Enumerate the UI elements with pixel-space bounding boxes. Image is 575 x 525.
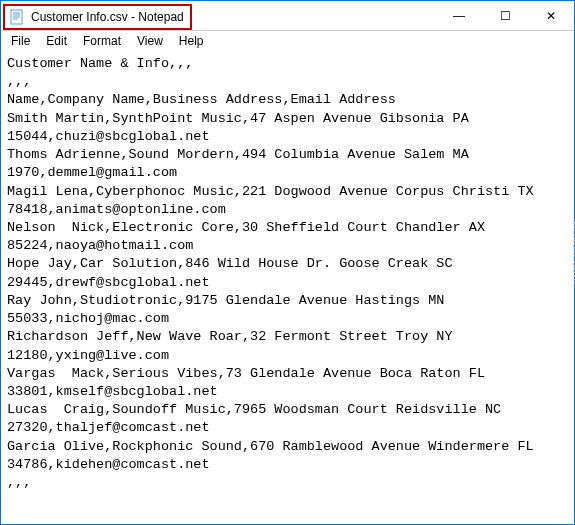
text-line: Nelson Nick,Electronic Core,30 Sheffield… — [7, 219, 568, 255]
text-editor-content[interactable]: Customer Name & Info,,,,,,Name,Company N… — [1, 51, 574, 524]
minimize-button[interactable]: — — [436, 1, 482, 30]
text-line: Richardson Jeff,New Wave Roar,32 Fermont… — [7, 328, 568, 364]
window-title: Customer Info.csv - Notepad — [31, 10, 184, 24]
text-line: ,,, — [7, 474, 568, 492]
text-line: Customer Name & Info,,, — [7, 55, 568, 73]
text-line: Name,Company Name,Business Address,Email… — [7, 91, 568, 109]
title-highlight-box: Customer Info.csv - Notepad — [3, 4, 192, 30]
text-line: ,,, — [7, 73, 568, 91]
menu-file[interactable]: File — [3, 32, 38, 50]
menu-format[interactable]: Format — [75, 32, 129, 50]
window-controls: — ☐ ✕ — [436, 1, 574, 30]
text-line: Lucas Craig,Soundoff Music,7965 Woodsman… — [7, 401, 568, 437]
text-line: Garcia Olive,Rockphonic Sound,670 Ramble… — [7, 438, 568, 474]
text-line: Vargas Mack,Serious Vibes,73 Glendale Av… — [7, 365, 568, 401]
close-button[interactable]: ✕ — [528, 1, 574, 30]
maximize-button[interactable]: ☐ — [482, 1, 528, 30]
text-line: Thoms Adrienne,Sound Mordern,494 Columbi… — [7, 146, 568, 182]
menu-help[interactable]: Help — [171, 32, 212, 50]
menubar: File Edit Format View Help — [1, 31, 574, 51]
notepad-icon — [9, 9, 25, 25]
menu-edit[interactable]: Edit — [38, 32, 75, 50]
menu-view[interactable]: View — [129, 32, 171, 50]
text-line: Ray John,Studiotronic,9175 Glendale Aven… — [7, 292, 568, 328]
text-line: Smith Martin,SynthPoint Music,47 Aspen A… — [7, 110, 568, 146]
titlebar: Customer Info.csv - Notepad — ☐ ✕ — [1, 1, 574, 31]
text-line: Magil Lena,Cyberphonoc Music,221 Dogwood… — [7, 183, 568, 219]
text-line: Hope Jay,Car Solution,846 Wild House Dr.… — [7, 255, 568, 291]
